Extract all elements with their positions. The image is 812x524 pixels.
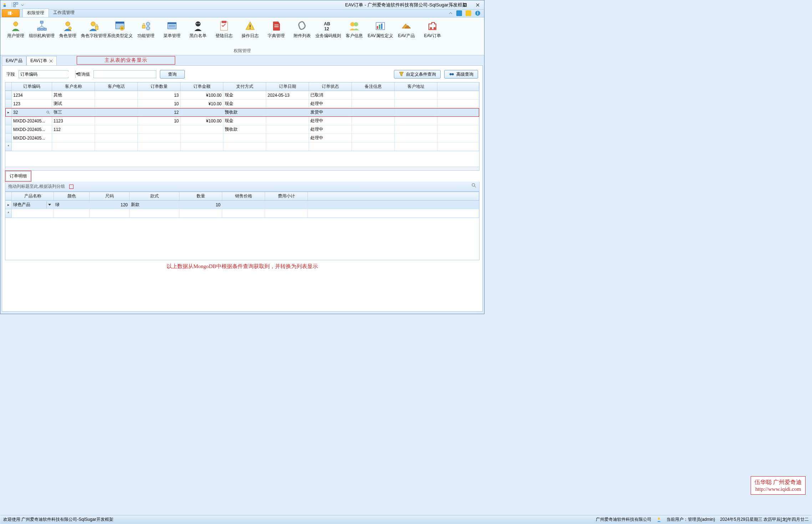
cell[interactable]	[352, 134, 395, 142]
column-header[interactable]: 备注信息	[352, 82, 395, 91]
column-header[interactable]: 款式	[130, 192, 179, 200]
column-header[interactable]: 尺码	[90, 192, 130, 200]
cell[interactable]	[266, 117, 309, 125]
cell[interactable]: 12	[138, 108, 181, 117]
group-by-hint[interactable]: 拖动列标题至此,根据该列分组	[5, 182, 479, 192]
cell[interactable]: 1123	[52, 117, 95, 125]
ribbon-collapse-icon[interactable]	[448, 11, 453, 15]
cell[interactable]: 处理中	[309, 125, 352, 134]
minimize-button[interactable]	[446, 0, 458, 9]
cell[interactable]: 32	[12, 108, 52, 117]
ribbon-item[interactable]: 组织机构管理	[29, 19, 54, 39]
cell[interactable]	[352, 108, 395, 117]
ribbon-item[interactable]: EAV属性定义	[368, 19, 393, 39]
table-row[interactable]: ▸绿色产品绿120新款10	[5, 201, 479, 209]
column-header[interactable]: 支付方式	[223, 82, 266, 91]
ribbon-item[interactable]: 功能管理	[133, 19, 158, 39]
table-row[interactable]: 123测试10¥10.00现金处理中	[5, 100, 479, 108]
cell[interactable]	[265, 201, 308, 209]
cell[interactable]	[395, 91, 437, 100]
cell[interactable]	[266, 108, 309, 117]
ribbon-item[interactable]: 黑白名单	[186, 19, 210, 39]
cell[interactable]: 112	[52, 125, 95, 134]
column-header[interactable]: 订单日期	[266, 82, 309, 91]
ribbon-item[interactable]: 操作日志	[238, 19, 263, 39]
cell[interactable]: 10	[179, 201, 222, 209]
cell[interactable]	[138, 125, 181, 134]
cell[interactable]	[95, 117, 138, 125]
cell[interactable]	[95, 91, 138, 100]
menu-tab[interactable]: 工作流管理	[49, 9, 79, 17]
cell[interactable]	[352, 91, 395, 100]
ribbon-item[interactable]: 菜单管理	[159, 19, 184, 39]
cell[interactable]	[95, 134, 138, 142]
cell[interactable]: 10	[138, 117, 181, 125]
ribbon-item[interactable]: 角色管理	[55, 19, 80, 39]
header-mail-icon[interactable]	[466, 10, 471, 16]
cell[interactable]	[181, 134, 223, 142]
cell[interactable]	[395, 100, 437, 108]
file-menu-button[interactable]	[2, 9, 20, 17]
ribbon-item[interactable]: EAV产品	[394, 19, 419, 39]
qat-dropdown-icon[interactable]	[21, 2, 24, 8]
ribbon-item[interactable]: AB12业务编码规则	[316, 19, 341, 39]
header-chat-icon[interactable]	[456, 10, 462, 16]
column-header[interactable]: 颜色	[54, 192, 90, 200]
close-icon[interactable]	[49, 59, 53, 63]
cell[interactable]	[95, 108, 138, 117]
cell[interactable]: 测试	[52, 100, 95, 108]
table-row[interactable]: ▸32张三12预收款发货中	[5, 108, 479, 117]
cell[interactable]: MXDD-202405...	[12, 134, 52, 142]
table-row[interactable]: MXDD-202405...112预收款处理中	[5, 125, 479, 134]
column-header[interactable]: 客户地址	[395, 82, 437, 91]
ribbon-item[interactable]: EAV订单	[420, 19, 445, 39]
cell[interactable]	[352, 100, 395, 108]
search-icon[interactable]	[471, 183, 477, 188]
maximize-button[interactable]	[458, 0, 471, 9]
table-row-new[interactable]: *	[5, 142, 479, 151]
column-header[interactable]: 数量	[179, 192, 222, 200]
table-row-new[interactable]: *	[5, 209, 479, 218]
cell[interactable]: 已取消	[309, 91, 352, 100]
column-header[interactable]: 费用小计	[265, 192, 308, 200]
cell[interactable]	[395, 125, 437, 134]
cell[interactable]	[352, 125, 395, 134]
cell[interactable]: 1234	[12, 91, 52, 100]
ribbon-item[interactable]: 用户管理	[3, 19, 28, 39]
ribbon-item[interactable]: 系统类型定义	[107, 19, 132, 39]
detail-grid[interactable]: 产品名称颜色尺码款式数量销售价格费用小计 ▸绿色产品绿120新款10*	[5, 192, 479, 260]
header-info-icon[interactable]: i	[475, 10, 481, 16]
cell[interactable]: 预收款	[223, 125, 266, 134]
cell[interactable]	[266, 134, 309, 142]
cell[interactable]: 现金	[223, 117, 266, 125]
cell[interactable]	[181, 125, 223, 134]
cell[interactable]	[395, 117, 437, 125]
cell[interactable]	[95, 100, 138, 108]
cell[interactable]	[266, 125, 309, 134]
value-input[interactable]	[93, 70, 156, 78]
cell[interactable]	[52, 134, 95, 142]
cell[interactable]: 处理中	[309, 117, 352, 125]
column-header[interactable]: 客户名称	[52, 82, 95, 91]
table-row[interactable]: MXDD-202405...处理中	[5, 134, 479, 142]
ribbon-item[interactable]: 登陆日志	[212, 19, 237, 39]
cell[interactable]: 发货中	[309, 108, 352, 117]
column-header[interactable]: 订单数量	[138, 82, 181, 91]
ribbon-item[interactable]: 附件列表	[290, 19, 315, 39]
cell[interactable]	[395, 108, 437, 117]
cell[interactable]: MXDD-202405...	[12, 117, 52, 125]
cell[interactable]: ¥100.00	[181, 91, 223, 100]
cell[interactable]: 现金	[223, 91, 266, 100]
cell[interactable]: 处理中	[309, 134, 352, 142]
cell-combo-drop[interactable]	[46, 201, 52, 208]
cell[interactable]	[266, 100, 309, 108]
cell[interactable]: 处理中	[309, 100, 352, 108]
menu-tab[interactable]: 权限管理	[22, 9, 49, 17]
cell[interactable]: 13	[138, 91, 181, 100]
cell[interactable]: 120	[90, 201, 130, 209]
column-header[interactable]: 产品名称	[12, 192, 54, 200]
ribbon-item[interactable]: 角色字段管理	[81, 19, 106, 39]
table-row[interactable]: MXDD-202405...112310¥100.00现金处理中	[5, 117, 479, 125]
query-button[interactable]: 查询	[160, 70, 185, 79]
doc-tab[interactable]: EAV产品	[2, 56, 26, 65]
